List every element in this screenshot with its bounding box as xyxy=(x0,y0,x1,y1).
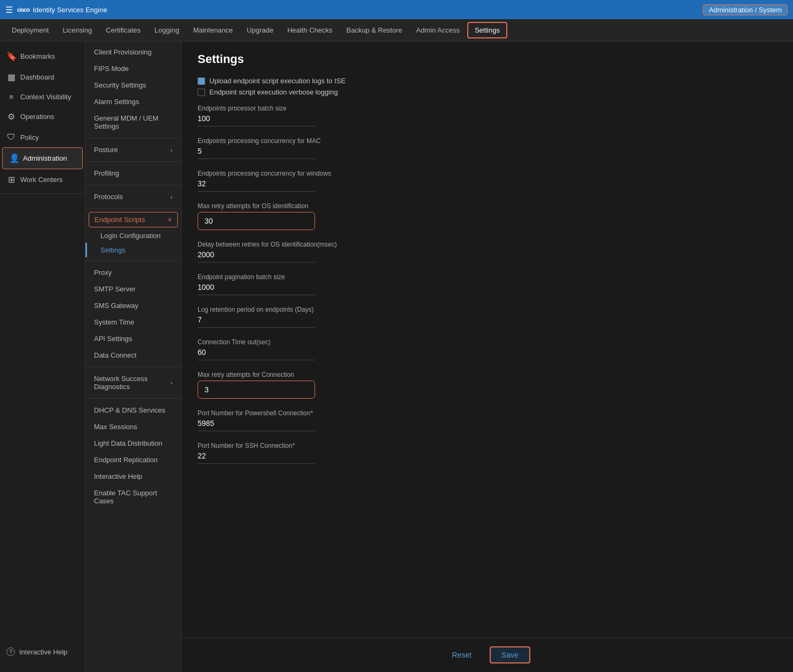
setting-label-endpoint-pagination: Endpoint pagination batch size xyxy=(198,273,777,281)
sub-menu-general-mdm[interactable]: General MDM / UEM Settings xyxy=(85,110,181,135)
checkbox-verbose-logging[interactable] xyxy=(198,89,205,96)
save-button[interactable]: Save xyxy=(490,646,530,663)
tab-settings[interactable]: Settings xyxy=(467,22,507,38)
sub-menu-light-data[interactable]: Light Data Distribution xyxy=(85,435,181,452)
setting-value-endpoints-concurrency-mac[interactable]: 5 xyxy=(198,147,315,159)
sidebar-label-interactive-help: Interactive Help xyxy=(19,648,67,656)
setting-value-port-ssh[interactable]: 22 xyxy=(198,452,315,464)
sidebar-label-policy: Policy xyxy=(20,133,39,141)
sidebar-item-dashboard[interactable]: ▦ Dashboard xyxy=(0,67,85,88)
setting-label-endpoints-processor-batch-size: Endpoints processor batch size xyxy=(198,105,777,112)
setting-value-delay-between-retries[interactable]: 2000 xyxy=(198,250,315,263)
setting-endpoints-concurrency-windows: Endpoints processing concurrency for win… xyxy=(198,170,777,192)
sidebar-label-operations: Operations xyxy=(20,113,54,121)
tab-health-checks[interactable]: Health Checks xyxy=(281,23,339,37)
sidebar-item-work-centers[interactable]: ⊞ Work Centers xyxy=(0,169,85,190)
sidebar-item-policy[interactable]: 🛡 Policy xyxy=(0,127,85,147)
setting-value-log-retention[interactable]: 7 xyxy=(198,315,315,328)
setting-connection-timeout: Connection Time out(sec) 60 xyxy=(198,338,777,360)
setting-log-retention: Log retention period on endpoints (Days)… xyxy=(198,306,777,328)
sidebar-item-context-visibility[interactable]: ≡ Context Visibility xyxy=(0,88,85,106)
cisco-logo: cisco xyxy=(17,6,29,13)
policy-icon: 🛡 xyxy=(6,132,16,142)
sub-menu-endpoint-scripts[interactable]: Endpoint Scripts ∨ xyxy=(89,212,178,227)
network-success-label: Network Success Diagnostics xyxy=(94,375,170,391)
setting-value-endpoints-processor-batch-size[interactable]: 100 xyxy=(198,114,315,127)
setting-endpoint-pagination: Endpoint pagination batch size 1000 xyxy=(198,273,777,295)
sidebar-item-interactive-help[interactable]: ? Interactive Help xyxy=(0,642,85,661)
sub-menu-api-settings[interactable]: API Settings xyxy=(85,330,181,347)
sub-menu-network-success[interactable]: Network Success Diagnostics › xyxy=(85,370,181,395)
sub-menu-smtp-server[interactable]: SMTP Server xyxy=(85,281,181,297)
sidebar-label-bookmarks: Bookmarks xyxy=(20,52,55,60)
tab-deployment[interactable]: Deployment xyxy=(5,23,55,37)
sub-menu-settings[interactable]: Settings xyxy=(85,243,181,257)
tab-backup-restore[interactable]: Backup & Restore xyxy=(340,23,409,37)
tab-maintenance[interactable]: Maintenance xyxy=(187,23,239,37)
checkbox-row-upload-logs: Upload endpoint script execution logs to… xyxy=(198,77,777,85)
setting-endpoints-concurrency-mac: Endpoints processing concurrency for MAC… xyxy=(198,137,777,159)
sidebar-label-dashboard: Dashboard xyxy=(20,73,54,81)
tab-admin-access[interactable]: Admin Access xyxy=(410,23,466,37)
tab-licensing[interactable]: Licensing xyxy=(56,23,98,37)
checkbox-row-verbose-logging: Endpoint script execution verbose loggin… xyxy=(198,88,777,96)
sub-menu-protocols[interactable]: Protocols › xyxy=(85,188,181,205)
setting-label-endpoints-concurrency-windows: Endpoints processing concurrency for win… xyxy=(198,170,777,177)
sub-menu-endpoint-replication[interactable]: Endpoint Replication xyxy=(85,452,181,468)
dashboard-icon: ▦ xyxy=(6,72,16,82)
sub-menu-login-configuration[interactable]: Login Configuration xyxy=(85,228,181,243)
sub-menu-alarm-settings[interactable]: Alarm Settings xyxy=(85,93,181,110)
setting-value-endpoint-pagination[interactable]: 1000 xyxy=(198,283,315,295)
topbar-right: Administration / System xyxy=(703,4,788,15)
setting-value-endpoints-concurrency-windows[interactable]: 32 xyxy=(198,179,315,192)
sub-menu-divider-3 xyxy=(85,185,181,185)
sub-menu-divider-6 xyxy=(85,367,181,367)
sidebar-divider xyxy=(0,193,85,194)
sub-menu-fips-mode[interactable]: FIPS Mode xyxy=(85,60,181,77)
reset-button[interactable]: Reset xyxy=(444,647,479,662)
sub-menu-interactive-help[interactable]: Interactive Help xyxy=(85,468,181,485)
setting-endpoints-processor-batch-size: Endpoints processor batch size 100 xyxy=(198,105,777,127)
menu-icon[interactable]: ☰ xyxy=(5,5,13,15)
sub-menu-enable-tac[interactable]: Enable TAC Support Cases xyxy=(85,485,181,509)
sub-menu-system-time[interactable]: System Time xyxy=(85,314,181,330)
checkbox-verbose-logging-label: Endpoint script execution verbose loggin… xyxy=(209,88,338,96)
setting-value-port-powershell[interactable]: 5985 xyxy=(198,419,315,431)
sub-menu-proxy[interactable]: Proxy xyxy=(85,264,181,281)
sidebar-item-bookmarks[interactable]: 🔖 Bookmarks xyxy=(0,46,85,67)
sub-menu-divider-2 xyxy=(85,161,181,162)
sidebar-item-administration[interactable]: 👤 Administration xyxy=(2,147,83,169)
bookmarks-icon: 🔖 xyxy=(6,51,16,61)
sub-menu-max-sessions[interactable]: Max Sessions xyxy=(85,418,181,435)
setting-label-port-powershell: Port Number for Powershell Connection* xyxy=(198,409,777,417)
sidebar-label-context-visibility: Context Visibility xyxy=(20,93,71,101)
topbar: ☰ cisco Identity Services Engine Adminis… xyxy=(0,0,793,19)
sub-menu-client-provisioning[interactable]: Client Provisioning xyxy=(85,44,181,60)
setting-value-connection-timeout[interactable]: 60 xyxy=(198,348,315,360)
topbar-left: ☰ cisco Identity Services Engine xyxy=(5,5,107,15)
sub-menu-divider-4 xyxy=(85,208,181,209)
page-title: Settings xyxy=(198,52,777,66)
endpoint-scripts-label: Endpoint Scripts xyxy=(95,216,145,224)
main-layout: 🔖 Bookmarks ▦ Dashboard ≡ Context Visibi… xyxy=(0,42,793,672)
sub-menu-security-settings[interactable]: Security Settings xyxy=(85,77,181,93)
tab-logging[interactable]: Logging xyxy=(148,23,185,37)
topbar-logo: cisco Identity Services Engine xyxy=(17,6,107,14)
sub-menu-data-connect[interactable]: Data Connect xyxy=(85,347,181,363)
sub-menu-sms-gateway[interactable]: SMS Gateway xyxy=(85,297,181,314)
checkbox-upload-logs[interactable] xyxy=(198,77,205,85)
sidebar-item-operations[interactable]: ⚙ Operations xyxy=(0,106,85,127)
tab-upgrade[interactable]: Upgrade xyxy=(240,23,280,37)
sub-menu-posture[interactable]: Posture › xyxy=(85,141,181,158)
sub-menu-dhcp-dns[interactable]: DHCP & DNS Services xyxy=(85,402,181,418)
breadcrumb: Administration / System xyxy=(703,4,788,15)
setting-value-max-retry-connection[interactable]: 3 xyxy=(198,381,315,399)
tab-certificates[interactable]: Certificates xyxy=(99,23,147,37)
setting-port-powershell: Port Number for Powershell Connection* 5… xyxy=(198,409,777,431)
setting-max-retry-os: Max retry attempts for OS identification… xyxy=(198,202,777,230)
setting-label-max-retry-connection: Max retry attempts for Connection xyxy=(198,371,777,378)
setting-port-ssh: Port Number for SSH Connection* 22 xyxy=(198,442,777,464)
sidebar-label-administration: Administration xyxy=(23,154,67,162)
sub-menu-profiling[interactable]: Profiling xyxy=(85,165,181,181)
setting-value-max-retry-os[interactable]: 30 xyxy=(198,212,315,230)
